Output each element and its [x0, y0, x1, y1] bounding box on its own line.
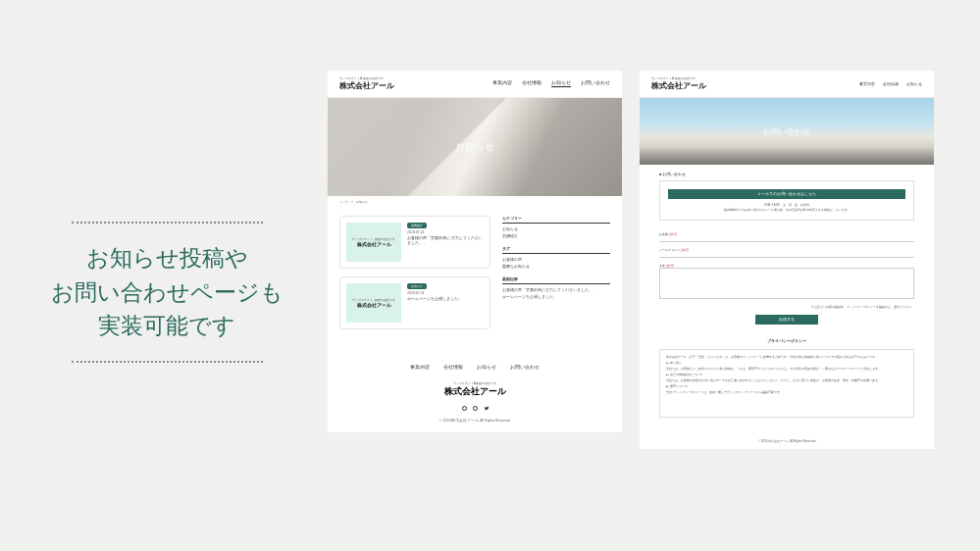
feature-heading: お知らせ投稿や お問い合わせページも 実装可能です: [39, 241, 294, 343]
nav-business[interactable]: 事業内容: [492, 80, 512, 87]
instagram-icon[interactable]: [473, 406, 478, 411]
section-label: ■ お問い合わせ: [659, 173, 914, 176]
mail-note: 推薦時間外でのお問い合わせはメール受付後、次回営業日以降の対応となる場合がござい…: [668, 208, 905, 213]
footer-nav: 事業内容 会社情報 お知らせ お問い合わせ: [328, 365, 622, 370]
sidebar-link[interactable]: お客様の声「業務改善に尽力してくださいました。」: [502, 288, 610, 292]
main-nav: 事業内容 会社情報 お知らせ: [859, 81, 922, 86]
body-textarea[interactable]: [659, 268, 914, 299]
contact-mockup: サンプルサイトA 架空の会社です 株式会社アール 事業内容 会社情報 お知らせ …: [640, 71, 934, 449]
site-footer: 事業内容 会社情報 お知らせ お問い合わせ サンプルサイトA 架空の会社です 株…: [328, 355, 622, 432]
name-label: お名前 (必須): [659, 232, 677, 236]
news-thumbnail: サンプルサイトA 架空の会社です 株式会社アール: [346, 283, 401, 323]
facebook-icon[interactable]: [462, 406, 467, 411]
name-input[interactable]: [659, 236, 914, 242]
nav-news[interactable]: お知らせ: [551, 80, 571, 87]
twitter-icon[interactable]: [484, 406, 489, 411]
submit-button[interactable]: 送信する: [755, 315, 818, 325]
footer-nav-item[interactable]: 会社情報: [443, 365, 463, 370]
footer-nav-item[interactable]: 事業内容: [410, 365, 430, 370]
privacy-heading: プライバシーポリシー: [659, 338, 914, 343]
mail-banner: メールでのお問い合わせはこちら: [668, 189, 905, 199]
site-header: サンプルサイトA 架空の会社です 株式会社アール 事業内容 会社情報 お知らせ …: [328, 71, 622, 98]
feature-caption: お知らせ投稿や お問い合わせページも 実装可能です: [39, 222, 294, 363]
mail-info-box: メールでのお問い合わせはこちら 8:30~18:00・土、日、祝・定休日 推薦時…: [659, 180, 914, 221]
news-card[interactable]: サンプルサイトA 架空の会社です 株式会社アール 業務紹介 2023.07.14…: [339, 216, 490, 269]
post-excerpt: お客様の声「業務改善に 尽力してくださいました。」: [407, 236, 484, 246]
sidebar-link[interactable]: お客様の声: [502, 258, 610, 262]
privacy-policy-box[interactable]: 株式会社アール（以下「当社」といいます）は、お客様のプライバシーに配慮する方針で…: [659, 349, 914, 418]
post-date: 2023.07.14: [407, 291, 484, 295]
news-thumbnail: サンプルサイトA 架空の会社です 株式会社アール: [346, 223, 401, 262]
page-title: お知らせ: [455, 140, 494, 154]
footer-nav-item[interactable]: お知らせ: [477, 365, 496, 370]
form-consent-note: ※上記より内容を確認後、プライバシーポリシーを確認の上、送信ください。: [659, 305, 914, 309]
nav-company[interactable]: 会社情報: [522, 80, 542, 87]
sidebar-category-heading: カテゴリー: [502, 216, 610, 224]
breadcrumb: トップ > お知らせ: [328, 196, 622, 208]
divider-top: [72, 222, 263, 224]
news-list: サンプルサイトA 架空の会社です 株式会社アール 業務紹介 2023.07.14…: [339, 216, 490, 337]
post-date: 2023.07.14: [407, 230, 484, 234]
sidebar-tag-heading: タグ: [502, 246, 610, 254]
sidebar-link[interactable]: 重要なお知らせ: [502, 265, 610, 269]
category-badge: お知らせ: [407, 283, 427, 289]
news-mockup: サンプルサイトA 架空の会社です 株式会社アール 事業内容 会社情報 お知らせ …: [328, 71, 622, 432]
sidebar-link[interactable]: 実績紹介: [502, 234, 610, 238]
main-nav: 事業内容 会社情報 お知らせ お問い合わせ: [492, 80, 610, 87]
copyright: © 2023 株式会社アール All Rights Reserved: [640, 429, 934, 449]
sidebar-link[interactable]: お知らせ: [502, 227, 610, 231]
news-card[interactable]: サンプルサイトA 架空の会社です 株式会社アール お知らせ 2023.07.14…: [339, 276, 490, 329]
logo-text: 株式会社アール: [651, 80, 706, 91]
nav-news[interactable]: お知らせ: [906, 81, 922, 86]
nav-company[interactable]: 会社情報: [883, 81, 899, 86]
hero-banner: お知らせ: [328, 98, 622, 196]
copyright: © 2023 株式会社アール All Rights Reserved: [328, 419, 622, 423]
logo-text: 株式会社アール: [339, 80, 394, 91]
sidebar-link[interactable]: ホームページを公開しました。: [502, 295, 610, 299]
body-label: 本文 (必須): [659, 264, 674, 268]
email-label: メールアドレス (必須): [659, 248, 689, 252]
footer-nav-item[interactable]: お問い合わせ: [510, 365, 540, 370]
hero-banner: お問い合わせ: [640, 98, 934, 165]
page-title: お問い合わせ: [763, 126, 810, 137]
divider-bottom: [72, 361, 263, 363]
category-badge: 業務紹介: [407, 223, 427, 228]
nav-contact[interactable]: お問い合わせ: [581, 80, 610, 87]
site-header: サンプルサイトA 架空の会社です 株式会社アール 事業内容 会社情報 お知らせ: [640, 71, 934, 98]
email-input[interactable]: [659, 252, 914, 258]
post-excerpt: ホームページを公開しました。: [407, 297, 484, 302]
logo[interactable]: サンプルサイトA 架空の会社です 株式会社アール: [339, 76, 394, 91]
sidebar-recent-heading: 最新記事: [502, 276, 610, 284]
footer-logo: 株式会社アール: [328, 385, 622, 398]
logo[interactable]: サンプルサイトA 架空の会社です 株式会社アール: [651, 76, 706, 91]
social-links: [328, 406, 622, 411]
sidebar: カテゴリー お知らせ 実績紹介 タグ お客様の声 重要なお知らせ 最新記事 お客…: [502, 216, 610, 337]
nav-business[interactable]: 事業内容: [859, 81, 875, 86]
